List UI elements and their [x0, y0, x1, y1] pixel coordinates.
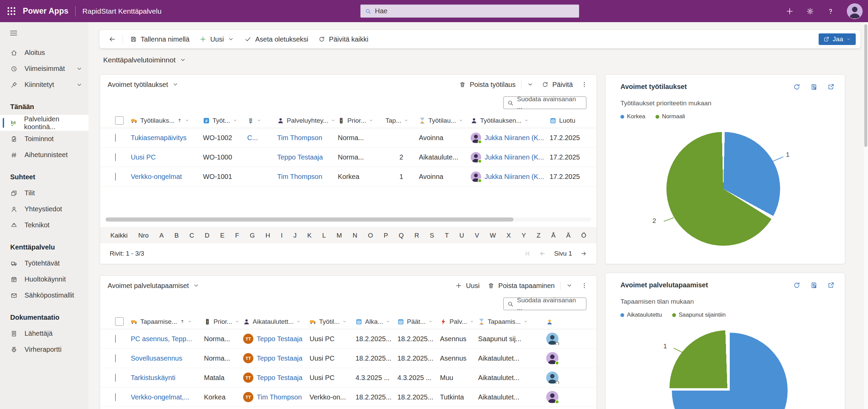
alphabet-filter-l[interactable]: L — [321, 230, 327, 241]
column-header-aikataulutett[interactable]: Aikataulutett... — [243, 318, 310, 325]
toolbar-poista-tapaaminen[interactable]: Poista tapaaminen — [484, 279, 559, 292]
back-button[interactable] — [104, 36, 121, 43]
kebab-button[interactable] — [577, 78, 592, 91]
expand-chart-icon[interactable] — [827, 282, 835, 289]
sidebar-item-työtehtävät[interactable]: Työtehtävät — [0, 255, 89, 271]
cell-service_contact[interactable]: Tim Thompson — [277, 173, 338, 181]
select-all-checkbox[interactable] — [115, 317, 131, 326]
column-header-työt[interactable]: #Työt... — [203, 117, 247, 124]
scrollbar-thumb[interactable] — [106, 217, 514, 222]
help-icon[interactable] — [826, 7, 835, 15]
alphabet-filter-å[interactable]: Å — [551, 230, 556, 241]
alphabet-filter-i[interactable]: I — [280, 230, 283, 241]
column-header-palv[interactable]: Palv... — [440, 318, 478, 325]
alphabet-filter-n[interactable]: N — [352, 230, 358, 241]
toolbar-poista-työtilaus[interactable]: Poista työtilaus — [455, 78, 520, 91]
checkbox[interactable] — [115, 374, 116, 382]
expand-chart-icon[interactable] — [827, 83, 835, 91]
cell-name[interactable]: Uusi PC — [131, 153, 203, 161]
cell-name[interactable]: PC asennus, Tepp... — [131, 335, 204, 343]
kebab-button[interactable] — [577, 279, 592, 292]
column-header-työtilau[interactable]: Työtilau... — [419, 117, 471, 124]
cell-service_contact[interactable]: Tim Thompson — [277, 134, 338, 142]
user-avatar[interactable] — [847, 3, 863, 19]
select-all-checkbox[interactable] — [115, 116, 131, 125]
chevron-down-button[interactable] — [523, 78, 538, 91]
column-header-prior[interactable]: Prior... — [204, 318, 243, 325]
global-search-input[interactable]: Hae — [360, 4, 579, 18]
refresh-icon[interactable] — [793, 282, 801, 289]
add-icon[interactable] — [786, 7, 794, 15]
alphabet-filter-kaikki[interactable]: Kaikki — [110, 230, 128, 241]
column-header-alka[interactable]: Alka... — [356, 318, 397, 325]
sidebar-item-aloitus[interactable]: Aloitus — [0, 45, 89, 61]
sidebar-item-lähettäjä[interactable]: Lähettäjä — [0, 325, 89, 342]
column-header-työtil[interactable]: Työtil... — [310, 318, 356, 325]
alphabet-filter-s[interactable]: S — [429, 230, 435, 241]
owner-link[interactable]: Jukka Niiranen (K... — [485, 173, 544, 181]
owner-link[interactable]: Jukka Niiranen (K... — [485, 153, 544, 161]
alphabet-filter-ä[interactable]: Ä — [566, 230, 571, 241]
alphabet-filter-j[interactable]: J — [293, 230, 297, 241]
app-launcher-icon[interactable] — [7, 7, 15, 15]
owner-link[interactable]: Jukka Niiranen (K... — [485, 134, 544, 142]
sidebar-item-huoltokäynnit[interactable]: Huoltokäynnit — [0, 271, 89, 287]
column-header-item[interactable] — [247, 117, 277, 124]
sidebar-item-sähköpostimallit[interactable]: Sähköpostimallit — [0, 287, 89, 303]
cell-name[interactable]: Verkko-ongelmat,... — [131, 393, 204, 401]
column-header-tapaamise[interactable]: Tapaamise... — [131, 318, 204, 325]
checkbox[interactable] — [115, 116, 124, 125]
grid1-horizontal-scrollbar[interactable] — [106, 217, 591, 222]
alphabet-filter-x[interactable]: X — [506, 230, 512, 241]
alphabet-filter-u[interactable]: U — [459, 230, 465, 241]
alphabet-filter-g[interactable]: G — [249, 230, 255, 241]
sidebar-item-aihetunnisteet[interactable]: Aihetunnisteet — [0, 147, 89, 163]
column-header-työtilauks[interactable]: Työtilauks... — [131, 117, 203, 124]
alphabet-filter-nro[interactable]: Nro — [138, 230, 149, 241]
cell-name[interactable]: Tarkistuskäynti — [131, 374, 204, 382]
toolbar-uusi[interactable]: Uusi — [451, 279, 484, 292]
alphabet-filter-k[interactable]: K — [306, 230, 312, 241]
share-button[interactable]: Jaa — [819, 33, 856, 45]
sidebar-item-kiinnitetyt[interactable]: Kiinnitetyt — [0, 77, 89, 93]
view-records-icon[interactable] — [810, 83, 818, 91]
column-header-tap[interactable]: Tap... — [385, 117, 419, 124]
scrollbar-thumb[interactable] — [864, 24, 867, 147]
alphabet-filter-w[interactable]: W — [489, 230, 496, 241]
grid1-filter-input[interactable]: Suodata avainsanan ... — [503, 96, 586, 109]
resource-link[interactable]: Teppo Testaaja — [257, 374, 302, 382]
checkbox[interactable] — [115, 317, 124, 326]
first-page-button[interactable] — [524, 250, 531, 257]
column-header-luotu[interactable]: Luotu — [550, 117, 597, 124]
cell-name[interactable]: Sovellusasennus — [131, 354, 204, 362]
sidebar-item-palveluiden-koontinä[interactable]: Palveluiden koontinä... — [0, 115, 89, 131]
command-tallenna-nimellä[interactable]: Tallenna nimellä — [125, 32, 194, 46]
alphabet-filter-c[interactable]: C — [189, 230, 195, 241]
refresh-icon[interactable] — [793, 83, 801, 91]
resource-link[interactable]: Teppo Testaaja — [257, 335, 302, 343]
alphabet-filter-ö[interactable]: Ö — [581, 230, 587, 241]
previous-page-button[interactable] — [539, 250, 546, 257]
next-page-button[interactable] — [580, 250, 587, 257]
grid1-view-selector[interactable]: Avoimet työtilaukset — [108, 81, 179, 89]
checkbox[interactable] — [115, 153, 116, 161]
alphabet-filter-y[interactable]: Y — [521, 230, 527, 241]
alphabet-filter-t[interactable]: T — [444, 230, 449, 241]
checkbox[interactable] — [115, 335, 116, 343]
gear-icon[interactable] — [806, 7, 814, 15]
command-päivitä-kaikki[interactable]: Päivitä kaikki — [313, 32, 374, 46]
sidebar-item-teknikot[interactable]: Teknikot — [0, 217, 89, 233]
resource-link[interactable]: Tim Thompson — [257, 393, 302, 401]
checkbox[interactable] — [115, 173, 116, 181]
resource-link[interactable]: Teppo Testaaja — [257, 354, 302, 362]
command-aseta-oletukseksi[interactable]: Aseta oletukseksi — [239, 32, 313, 46]
sidebar-item-virheraportti[interactable]: Virheraportti — [0, 342, 89, 358]
chevron-down-button[interactable] — [562, 279, 577, 292]
grid2-filter-input[interactable]: Suodata avainsanan ... — [503, 298, 586, 310]
alphabet-filter-r[interactable]: R — [414, 230, 420, 241]
alphabet-filter-v[interactable]: V — [474, 230, 480, 241]
checkbox[interactable] — [115, 354, 116, 362]
sidebar-item-yhteystiedot[interactable]: Yhteystiedot — [0, 201, 89, 217]
sidebar-item-viimeisimmät[interactable]: Viimeisimmät — [0, 61, 89, 77]
command-uusi[interactable]: Uusi — [194, 32, 239, 46]
